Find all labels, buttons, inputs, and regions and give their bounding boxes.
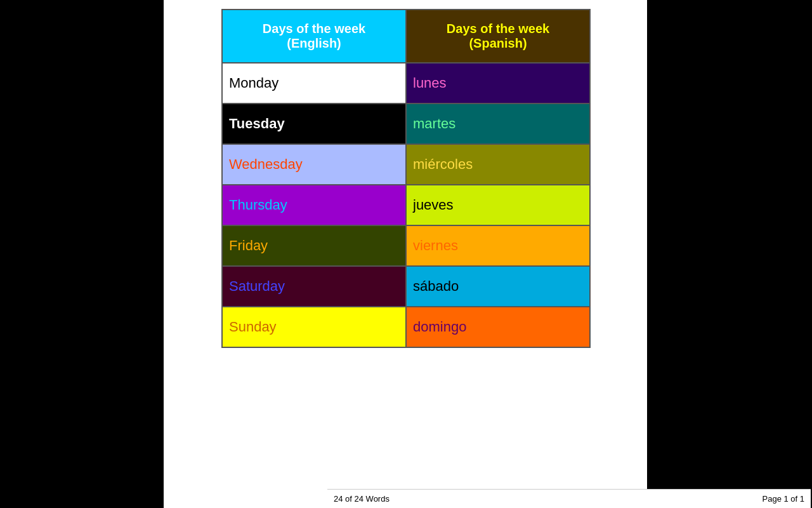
spanish-cell: lunes — [406, 63, 590, 104]
header-english: Days of the week(English) — [222, 10, 406, 63]
table-row: Sundaydomingo — [222, 307, 590, 347]
english-cell: Tuesday — [222, 104, 406, 144]
english-cell: Friday — [222, 225, 406, 266]
spanish-cell: viernes — [406, 225, 590, 266]
spanish-cell: sábado — [406, 266, 590, 307]
page-info: Page 1 of 1 — [763, 494, 805, 504]
spanish-cell: domingo — [406, 307, 590, 347]
table-row: Tuesdaymartes — [222, 104, 590, 144]
english-cell: Wednesday — [222, 144, 406, 185]
table-container: Days of the week(English) Days of the we… — [221, 9, 591, 348]
days-table: Days of the week(English) Days of the we… — [221, 9, 591, 348]
english-cell: Thursday — [222, 185, 406, 225]
spanish-cell: jueves — [406, 185, 590, 225]
page-area: Days of the week(English) Days of the we… — [164, 0, 647, 508]
english-cell: Saturday — [222, 266, 406, 307]
word-count: 24 of 24 Words — [334, 494, 390, 504]
table-row: Wednesdaymiércoles — [222, 144, 590, 185]
status-bar: 24 of 24 Words Page 1 of 1 — [327, 489, 811, 508]
table-row: Fridayviernes — [222, 225, 590, 266]
english-cell: Sunday — [222, 307, 406, 347]
spanish-cell: martes — [406, 104, 590, 144]
table-row: Thursdayjueves — [222, 185, 590, 225]
spanish-cell: miércoles — [406, 144, 590, 185]
english-cell: Monday — [222, 63, 406, 104]
table-row: Mondaylunes — [222, 63, 590, 104]
table-row: Saturdaysábado — [222, 266, 590, 307]
header-spanish: Days of the week(Spanish) — [406, 10, 590, 63]
